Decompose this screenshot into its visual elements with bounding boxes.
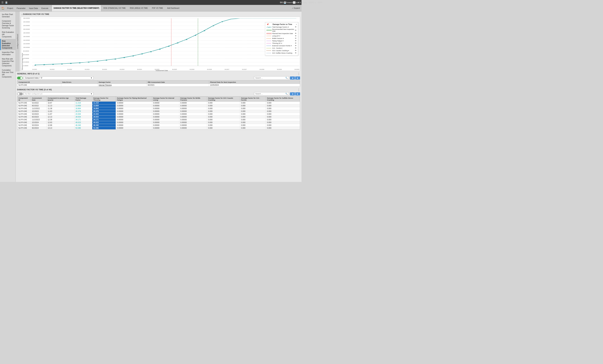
general-info-prev[interactable]: ◄ <box>290 76 295 80</box>
td-date: 5/2/2023 <box>31 113 46 116</box>
chart-container: Element Damage Factor 260.00000 240.0000… <box>21 17 300 71</box>
td-total: 46.340 <box>74 124 92 127</box>
legend-eye-recommended[interactable]: 👁 <box>295 29 297 31</box>
expand-btn[interactable]: ⤢ Expand <box>290 5 302 11</box>
damage-table-next[interactable]: ► <box>295 92 300 95</box>
general-info-options[interactable]: ⋮ <box>297 72 300 76</box>
td-brittle: 0.00000 <box>179 102 207 104</box>
damage-row-0: NJ-PV-045 5/2/2022 10.87 11.319 11.319 0… <box>17 102 300 104</box>
tab-add-dashboard[interactable]: Add Dashboard <box>165 5 181 11</box>
legend-line-thinning <box>267 42 271 44</box>
legend-eye-thinning[interactable]: 👁 <box>295 42 297 44</box>
legend-eye-scc-caustic[interactable]: 👁 <box>295 50 297 51</box>
td-total: 24.304 <box>74 113 92 116</box>
td-lining: 0.00000 <box>152 127 179 129</box>
chart-legend: 📌 Damage Factor vs Time › Total Damage F… <box>265 22 298 56</box>
legend-eye-brittle[interactable]: 👁 <box>295 37 297 39</box>
damage-table-title: DAMAGE FACTOR VS TIME [0 of 40] <box>17 89 52 91</box>
legend-eye-ext-corrosion[interactable]: 👁 <box>295 45 297 47</box>
legend-eye-planned[interactable]: 👁 <box>295 33 297 34</box>
search-icon: 🔍 <box>285 93 288 95</box>
legend-eye-total[interactable]: 👁 <box>295 26 297 28</box>
legend-eye-scc-sulfide[interactable]: 👁 <box>295 52 297 54</box>
legend-line-piping <box>267 40 271 42</box>
damage-table-search[interactable]: 🔍 <box>254 92 289 95</box>
save-icon[interactable]: 💾 <box>5 1 8 4</box>
td-damage-factor-link[interactable]: Internal Thinning <box>98 84 147 87</box>
nav-parameter[interactable]: Parameter <box>16 7 26 10</box>
nav-input-data[interactable]: Input Data <box>28 7 39 10</box>
title-bar: ☰ 💾 RBI | Pressure Vessel & Piping - DEM… <box>0 0 302 5</box>
td-total: 11.319 <box>74 102 92 104</box>
general-info-toggle[interactable] <box>17 77 23 80</box>
tab-risk-area[interactable]: RISK (AREA) VS TIME <box>128 5 150 11</box>
td-lining: 0.00000 <box>152 118 179 121</box>
tab-risk-financial[interactable]: RISK (FINANCIAL) VS TIME <box>102 5 128 11</box>
general-info-next[interactable]: ► <box>295 76 300 80</box>
legend-line-recommended <box>267 29 271 31</box>
td-cui: 0.000 <box>240 110 266 113</box>
nav-items: 🏠 Project Parameter Input Data Execute <box>1 5 51 11</box>
general-info-controls: Component Index = '0' ▼ 🔍 ◄ ► <box>17 76 300 80</box>
td-age: 11.38 <box>46 107 74 110</box>
configure-dashboard-sidebar[interactable]: Configure Dashboard <box>16 12 20 71</box>
sidebar-item-iso-risk[interactable]: Iso-Risk Chart Generator <box>0 12 15 19</box>
td-total: 20.379 <box>74 110 92 113</box>
td-total: 28.934 <box>74 116 92 118</box>
td-id: NJ-PV-045 <box>17 116 31 118</box>
chevron-icon[interactable]: › <box>21 12 23 16</box>
legend-eye-lining[interactable]: 👁 <box>295 35 297 37</box>
sidebar-item-component-overview[interactable]: Component Overview & Damage Factor Scree… <box>0 19 15 30</box>
general-info-filter[interactable]: Component Index = '0' ▼ <box>24 76 93 80</box>
general-info-search[interactable]: 🔍 <box>254 76 289 80</box>
damage-table-search-input[interactable] <box>255 93 285 95</box>
dropdown-arrow: ▼ <box>91 93 92 95</box>
sidebar-item-inspection-plan[interactable]: Inspection Plan Information <box>0 50 15 57</box>
menu-icon[interactable]: ☰ <box>1 1 4 4</box>
damage-table-controls: No filter configured yet ▼ 🔍 ◄ ► <box>17 92 300 95</box>
damage-table-toggle[interactable] <box>17 93 23 95</box>
legend-expand-icon[interactable]: › <box>296 23 297 25</box>
damage-table-filter[interactable]: No filter configured yet ▼ <box>24 92 93 95</box>
tab-pof-vs-time[interactable]: POF VS TIME <box>150 5 165 11</box>
td-date: 5/2/2022 <box>31 102 46 104</box>
legend-eye-piping[interactable]: 👁 <box>295 40 297 42</box>
td-thinning: 40.023 <box>92 121 116 124</box>
td-cui: 0.000 <box>240 107 266 110</box>
legend-item-lining: Lining DF ▾ 👁 <box>267 35 297 37</box>
sidebar-item-risk-evaluation-selected[interactable]: Risk Evaluation (Selected Component) <box>0 39 15 50</box>
general-info-search-input[interactable] <box>255 77 285 79</box>
general-info-row-0: NJ-PV-045 Internal Thinning 8/2/2021 12/… <box>17 84 300 87</box>
td-scc: 0.000 <box>207 107 240 110</box>
damage-table-prev[interactable]: ◄ <box>290 92 295 95</box>
td-sulfide: 0.000 <box>266 113 300 116</box>
tab-bar: 🏠 Project Parameter Input Data Execute D… <box>0 5 302 12</box>
td-age: 13.13 <box>46 127 74 129</box>
vline-green <box>198 18 198 66</box>
td-cui: 0.000 <box>240 104 266 107</box>
legend-item-cui: CUI - Ferritic ▾ 👁 <box>267 47 297 49</box>
nav-project[interactable]: Project <box>6 7 14 10</box>
legend-line-scc-sulfide <box>267 52 271 54</box>
td-thinning: 46.340 <box>92 124 116 127</box>
td-fatigue: 0.00000 <box>116 127 152 129</box>
th-df-piping: Damage Factor for Piping Mechanical Fati… <box>116 96 152 102</box>
td-total: 34.171 <box>74 118 92 121</box>
sidebar-item-new-risk[interactable]: New Risk with Inspection Plan (Selected … <box>0 57 15 68</box>
general-info-title: GENERAL INFO [0 of 1] <box>17 73 39 75</box>
damage-table-options[interactable]: ⋮ <box>297 88 300 92</box>
sidebar-item-cumulative-risk[interactable]: Cumulative Risk over Time (All Component… <box>0 68 15 79</box>
home-icon[interactable]: 🏠 <box>1 7 4 10</box>
td-component-id: NJ-PV-045 <box>17 84 61 87</box>
sidebar-item-risk-evaluation-all[interactable]: Risk Evaluation (All Component) <box>0 30 15 39</box>
td-thinning: 16.864 <box>92 107 116 110</box>
td-id: NJ-PV-045 <box>17 121 31 124</box>
nav-execute[interactable]: Execute <box>41 7 49 10</box>
td-scc: 0.000 <box>207 116 240 118</box>
tab-damage-factor-vs-time[interactable]: DAMAGE FACTOR VS TIME (SELECTED COMPONEN… <box>52 5 101 11</box>
td-rbi-date: 8/2/2021 <box>147 84 209 87</box>
legend-eye-cui[interactable]: 👁 <box>295 47 297 49</box>
td-date: 2/2/2024 <box>31 121 46 124</box>
damage-table-wrapper[interactable]: Component ID Assessment Date Component I… <box>17 96 300 130</box>
td-id: NJ-PV-045 <box>17 102 31 104</box>
